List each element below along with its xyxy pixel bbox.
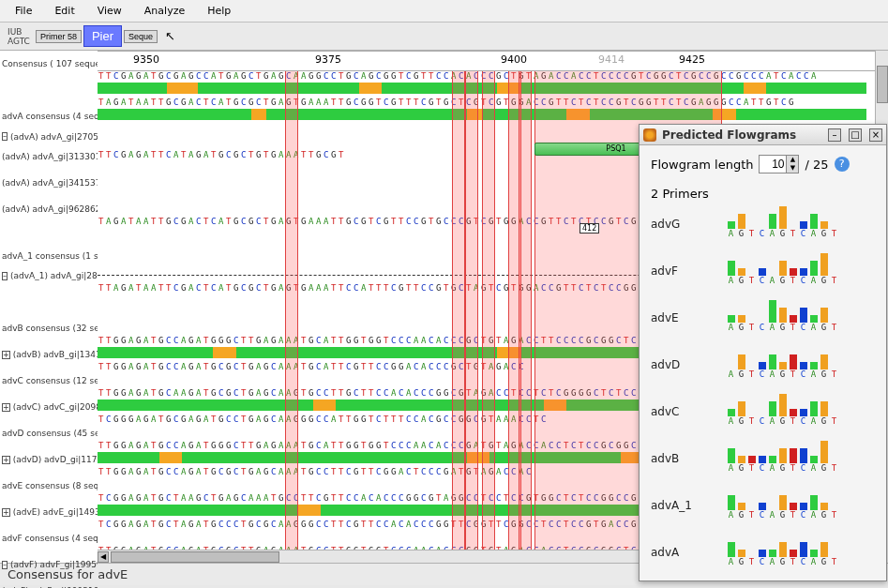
- sequence-label[interactable]: (advA) advA_gi|31330139m: [0, 143, 98, 170]
- primers-count-label: 2 Primers: [651, 187, 875, 201]
- hscroll-thumb[interactable]: [111, 551, 279, 563]
- ruler[interactable]: 93509375940094149425: [98, 51, 888, 71]
- sequence-label[interactable]: advE consensus (8 sequence: [0, 473, 98, 499]
- sequence-label[interactable]: Consensus ( 107 sequences ): [0, 51, 98, 77]
- ruler-tick: 9375: [315, 53, 341, 66]
- java-icon: [643, 128, 656, 142]
- sequence-label[interactable]: +(advC) advC_gi|20981119|: [0, 394, 98, 420]
- tree-toggle-icon[interactable]: +: [2, 456, 10, 464]
- flowgram-row-label: advA_1: [651, 499, 707, 512]
- flowgram-row-label: advB: [651, 452, 707, 465]
- sequence-label[interactable]: advB consensus (32 sequenc: [0, 315, 98, 341]
- flowgram-row-label: advA: [651, 546, 707, 559]
- sequence-label[interactable]: advA_1 consensus (1 sequen: [0, 249, 98, 263]
- flowgram-chart: AGTCAGTCAGT: [726, 398, 839, 426]
- menu-help[interactable]: Help: [196, 1, 242, 21]
- menu-file[interactable]: File: [4, 1, 43, 21]
- display-mode-label: IUB AGTC: [4, 27, 34, 46]
- pier-button[interactable]: Pier: [83, 25, 122, 47]
- flowgram-row[interactable]: advA_1AGTCAGTCAGT: [651, 491, 875, 520]
- tree-toggle-icon[interactable]: –: [2, 132, 8, 141]
- flowgram-row-label: advE: [651, 311, 707, 324]
- sequence-label[interactable]: [0, 222, 98, 249]
- sequence-label[interactable]: (advA) advA_gi|34153738|: [0, 170, 98, 196]
- sequence-label[interactable]: [0, 77, 98, 103]
- sequence-label[interactable]: [0, 289, 98, 315]
- menu-edit[interactable]: Edit: [43, 1, 85, 21]
- flowgram-row-label: advF: [651, 264, 707, 278]
- flowgram-row[interactable]: advCAGTCAGTCAGT: [651, 398, 875, 426]
- flowgram-chart: AGTCAGTCAGT: [726, 491, 839, 520]
- position-marker: 412: [579, 223, 599, 234]
- flowgram-titlebar[interactable]: Predicted Flowgrams – □ ×: [640, 125, 886, 145]
- vscroll-thumb[interactable]: [877, 66, 888, 103]
- flowgram-chart: AGTCAGTCAGT: [726, 351, 839, 379]
- primer-hit-column: [482, 71, 495, 563]
- flowgram-chart: AGTCAGTCAGT: [726, 257, 839, 285]
- spinner-up[interactable]: ▲: [787, 156, 798, 164]
- flowgram-chart: AGTCAGTCAGT: [726, 445, 839, 473]
- maximize-button[interactable]: □: [849, 128, 862, 142]
- primer-hit-column: [285, 71, 298, 563]
- minimize-button[interactable]: –: [828, 128, 841, 142]
- flowgram-row-label: advG: [651, 218, 707, 231]
- flowgram-row[interactable]: advAAGTCAGTCAGT: [651, 538, 875, 566]
- sequence-label[interactable]: advD consensus (45 sequenc: [0, 420, 98, 446]
- ruler-tick: 9350: [133, 53, 159, 66]
- close-button[interactable]: ×: [869, 128, 882, 142]
- help-icon[interactable]: ?: [835, 157, 850, 172]
- tree-toggle-icon[interactable]: +: [2, 403, 10, 412]
- flowgram-length-spinner[interactable]: ▲ ▼: [759, 155, 799, 173]
- spinner-down[interactable]: ▼: [787, 164, 798, 173]
- sequence-labels-column: Consensus ( 107 sequences ) advA consens…: [0, 51, 98, 563]
- primer-button[interactable]: Primer 58: [36, 30, 82, 43]
- flowgram-row[interactable]: advFAGTCAGTCAGT: [651, 257, 875, 285]
- ruler-tick: 9425: [679, 53, 705, 66]
- menu-analyze[interactable]: Analyze: [133, 1, 196, 21]
- flowgram-row[interactable]: advDAGTCAGTCAGT: [651, 351, 875, 379]
- sequence-label[interactable]: advC consensus (12 sequenc: [0, 368, 98, 394]
- flowgram-chart: AGTCAGTCAGT: [726, 304, 839, 332]
- sequence-label[interactable]: advA consensus (4 sequence: [0, 103, 98, 129]
- seque-button[interactable]: Seque: [124, 30, 158, 43]
- menu-bar: File Edit View Analyze Help: [0, 0, 888, 23]
- ruler-tick: 9414: [598, 53, 625, 66]
- sequence-label[interactable]: (advA) advA_gi|96286211|nc: [0, 196, 98, 222]
- flowgram-chart: AGTCAGTCAGT: [726, 538, 839, 566]
- sequence-label[interactable]: –(advA_1) advA_gi|2895900: [0, 263, 98, 289]
- toolbar: IUB AGTC Primer 58 Pier Seque ↖: [0, 23, 888, 51]
- tree-toggle-icon[interactable]: +: [2, 508, 10, 517]
- sequence-label[interactable]: +(advE) advE_gi|14939530|: [0, 499, 98, 525]
- flowgram-length-input[interactable]: [760, 156, 786, 173]
- flowgram-row-label: advC: [651, 405, 707, 418]
- cursor-icon: ↖: [165, 29, 175, 43]
- flowgram-row[interactable]: advEAGTCAGTCAGT: [651, 304, 875, 332]
- flowgram-chart: AGTCAGTCAGT: [726, 210, 839, 238]
- scroll-left-arrow[interactable]: ◀: [98, 551, 109, 563]
- sequence-label[interactable]: +(advB) advB_gi|13410549|: [0, 341, 98, 368]
- flowgram-row[interactable]: advBAGTCAGTCAGT: [651, 445, 875, 473]
- flowgram-row[interactable]: advGAGTCAGTCAGT: [651, 210, 875, 238]
- flowgram-length-total: / 25: [805, 158, 828, 172]
- primer-hit-column: [519, 71, 532, 563]
- primer-hit-column: [465, 71, 478, 563]
- primer-hit-column: [452, 71, 465, 563]
- flowgram-panel[interactable]: Predicted Flowgrams – □ × Flowgram lengt…: [639, 124, 887, 581]
- flowgram-title: Predicted Flowgrams: [662, 128, 820, 142]
- tree-toggle-icon[interactable]: –: [2, 272, 8, 280]
- sequence-label[interactable]: –(advA) advA_gi|27050721|: [0, 129, 98, 143]
- sequence-label[interactable]: +(advD) advD_gi|11795725: [0, 446, 98, 473]
- flowgram-length-label: Flowgram length: [651, 158, 753, 172]
- menu-view[interactable]: View: [86, 1, 133, 21]
- sequence-label[interactable]: advF consensus (4 sequence: [0, 525, 98, 551]
- tree-toggle-icon[interactable]: +: [2, 351, 10, 359]
- ruler-tick: 9400: [501, 53, 527, 66]
- flowgram-row-label: advD: [651, 358, 707, 371]
